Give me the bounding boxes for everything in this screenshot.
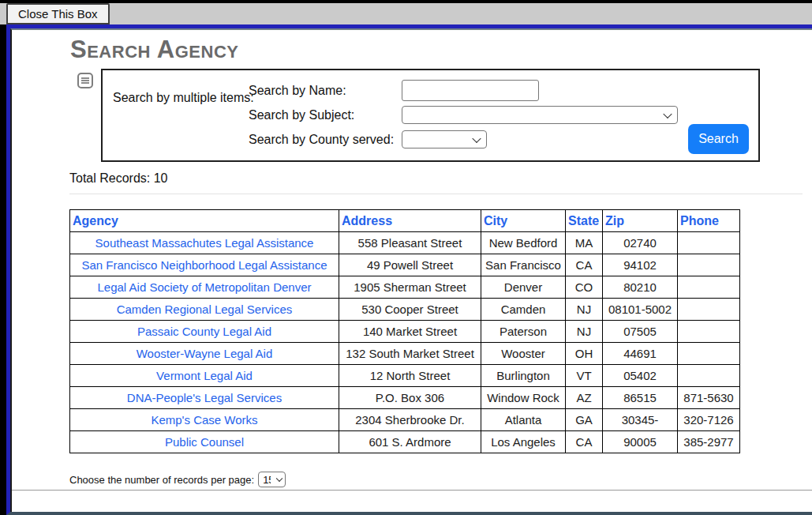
cell-state: GA: [566, 409, 603, 431]
cell-zip: 30345-: [603, 409, 678, 431]
divider: [69, 194, 803, 194]
table-row: Kemp's Case Works2304 Sherbrooke Dr.Atla…: [70, 409, 740, 431]
column-header-state[interactable]: State: [566, 210, 603, 232]
cell-agency: Camden Regional Legal Services: [70, 299, 339, 321]
cell-address: 2304 Sherbrooke Dr.: [339, 409, 481, 431]
cell-state: MA: [566, 232, 603, 254]
cell-zip: 44691: [603, 343, 678, 365]
search-group-label: Search by multiple items:: [103, 70, 249, 160]
table-row: Southeast Massachutes Legal Assistance55…: [70, 232, 740, 254]
cell-phone: [678, 321, 740, 343]
cell-city: Camden: [481, 299, 566, 321]
cell-zip: 94102: [603, 254, 678, 276]
cell-phone: [678, 343, 740, 365]
cell-zip: 90005: [603, 431, 678, 453]
cell-phone: [678, 254, 740, 276]
cell-phone: 320-7126: [678, 409, 740, 431]
county-select[interactable]: [402, 130, 487, 148]
cell-address: 132 South Market Street: [339, 343, 481, 365]
subject-select[interactable]: [402, 106, 678, 124]
agency-link[interactable]: Wooster-Wayne Legal Aid: [137, 347, 273, 360]
cell-agency: Kemp's Case Works: [70, 409, 339, 431]
close-box-tab-label: Close This Box: [18, 7, 98, 21]
search-button[interactable]: Search: [688, 124, 749, 154]
cell-state: NJ: [566, 321, 603, 343]
divider: [12, 490, 812, 491]
table-row: Camden Regional Legal Services530 Cooper…: [70, 299, 740, 321]
cell-zip: 07505: [603, 321, 678, 343]
cell-city: New Bedford: [481, 232, 566, 254]
agency-link[interactable]: San Francisco Neighborhood Legal Assista…: [81, 258, 327, 272]
cell-address: 12 North Street: [339, 365, 481, 387]
cell-agency: Passaic County Legal Aid: [70, 321, 339, 343]
search-by-name-label: Search by Name:: [249, 84, 402, 98]
cell-phone: [678, 299, 740, 321]
records-per-page-label: Choose the number of records per page:: [69, 474, 254, 486]
column-header-city[interactable]: City: [481, 210, 566, 232]
cell-city: Denver: [481, 276, 566, 299]
cell-state: CA: [566, 254, 603, 276]
agency-link[interactable]: Kemp's Case Works: [151, 413, 257, 427]
cell-city: San Francisco: [481, 254, 566, 276]
agency-link[interactable]: Legal Aid Society of Metropolitan Denver: [98, 280, 312, 294]
cell-zip: 80210: [603, 276, 678, 299]
table-row: Passaic County Legal Aid140 Market Stree…: [70, 321, 740, 343]
agency-link[interactable]: Southeast Massachutes Legal Assistance: [95, 236, 314, 250]
cell-agency: Wooster-Wayne Legal Aid: [70, 343, 339, 365]
column-header-phone[interactable]: Phone: [678, 210, 740, 232]
column-header-agency[interactable]: Agency: [70, 210, 339, 232]
close-box-tab[interactable]: Close This Box: [6, 3, 110, 24]
table-row: Vermont Legal Aid12 North StreetBurlingt…: [70, 365, 740, 387]
page-title: Search Agency: [70, 36, 812, 64]
cell-agency: Legal Aid Society of Metropolitan Denver: [70, 276, 339, 299]
total-records-label: Total Records: 10: [69, 171, 812, 186]
agency-link[interactable]: Vermont Legal Aid: [156, 369, 253, 382]
list-icon: [77, 73, 93, 162]
agency-link[interactable]: Camden Regional Legal Services: [117, 303, 293, 316]
cell-state: OH: [566, 343, 603, 365]
cell-agency: Public Counsel: [70, 431, 339, 453]
agency-table: AgencyAddressCityStateZipPhone Southeast…: [69, 209, 740, 453]
content-frame-inner: Search Agency Search by multiple items: …: [10, 28, 812, 512]
cell-city: Paterson: [481, 321, 566, 343]
cell-phone: [678, 232, 740, 254]
cell-state: NJ: [566, 299, 603, 321]
cell-address: 1905 Sherman Street: [339, 276, 481, 299]
table-row: Wooster-Wayne Legal Aid132 South Market …: [70, 343, 740, 365]
column-header-address[interactable]: Address: [339, 210, 481, 232]
cell-address: 530 Cooper Street: [339, 299, 481, 321]
cell-address: 601 S. Ardmore: [339, 431, 481, 453]
cell-state: AZ: [566, 387, 603, 409]
cell-address: P.O. Box 306: [339, 387, 481, 409]
agency-table-body: Southeast Massachutes Legal Assistance55…: [70, 232, 740, 453]
content-frame: Search Agency Search by multiple items: …: [6, 24, 812, 515]
cell-city: Wooster: [481, 343, 566, 365]
search-by-subject-label: Search by Subject:: [249, 108, 402, 122]
cell-agency: DNA-People's Legal Services: [70, 387, 339, 409]
cell-phone: [678, 276, 740, 299]
cell-phone: 871-5630: [678, 387, 740, 409]
agency-link[interactable]: Passaic County Legal Aid: [137, 325, 271, 338]
cell-agency: Vermont Legal Aid: [70, 365, 339, 387]
tab-strip: Close This Box: [0, 3, 812, 24]
cell-address: 49 Powell Street: [339, 254, 481, 276]
records-per-page-select[interactable]: 15: [258, 472, 286, 487]
column-header-zip[interactable]: Zip: [603, 210, 678, 232]
search-form: Search by multiple items: Search by Name…: [101, 69, 760, 162]
cell-city: Window Rock: [481, 387, 566, 409]
cell-address: 140 Market Street: [339, 321, 481, 343]
cell-address: 558 Pleasant Street: [339, 232, 481, 254]
cell-agency: Southeast Massachutes Legal Assistance: [70, 232, 339, 254]
cell-state: CA: [566, 431, 603, 453]
cell-zip: 08101-5002: [603, 299, 678, 321]
search-by-county-label: Search by County served:: [249, 133, 402, 147]
table-row: San Francisco Neighborhood Legal Assista…: [70, 254, 740, 276]
agency-link[interactable]: Public Counsel: [165, 435, 244, 449]
search-name-input[interactable]: [402, 80, 539, 101]
cell-state: VT: [566, 365, 603, 387]
cell-state: CO: [566, 276, 603, 299]
agency-link[interactable]: DNA-People's Legal Services: [127, 391, 282, 404]
table-row: DNA-People's Legal ServicesP.O. Box 306W…: [70, 387, 740, 409]
cell-city: Atlanta: [481, 409, 566, 431]
table-header-row: AgencyAddressCityStateZipPhone: [70, 210, 740, 232]
